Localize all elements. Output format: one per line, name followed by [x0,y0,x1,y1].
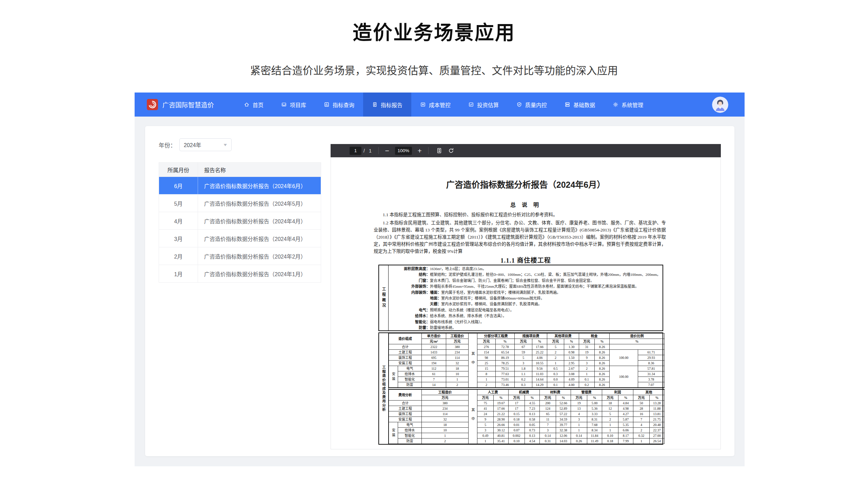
nav-item-base-data[interactable]: 基础数据 [556,93,604,117]
table-cell: 给排水 [398,428,422,433]
nav-item-system-management[interactable]: 系统管理 [604,93,652,117]
report-row[interactable]: 4月广咨造价指标数据分析报告（2024年4月） [159,212,321,229]
overview-line: 防雷：防雷接地系统。 [389,325,660,330]
overview-line: 结构：框架结构；泥浆护壁成孔灌注桩，桩径D=800、1000mm；C25、C30… [389,272,660,278]
table-cell: 15 [477,366,496,371]
table-cell: 8.26 [595,350,610,355]
nav-item-investment-estimate[interactable]: 投资估算 [459,93,508,117]
table-cell: 28 [633,406,650,411]
table-cell: 4.27 [618,411,633,417]
home-icon [244,102,250,107]
table-cell: 0.32 [633,433,650,439]
table-cell: 土建工程 [389,406,422,411]
table-cell: 100.00 [610,350,638,366]
table-cell: 13 [571,406,587,411]
cost-control-icon [420,102,426,107]
table-cell: 0.07 [509,428,525,433]
report-month-cell: 5月 [159,195,198,212]
user-avatar[interactable] [712,97,728,113]
table-cell: 3.33 [587,411,602,417]
nav-item-indicator-report[interactable]: 指标报告 [363,93,411,117]
rotate-icon[interactable] [448,147,454,154]
nav-item-indicator-query[interactable]: 指标查询 [315,93,363,117]
page-number-input[interactable]: 1 [350,147,361,155]
report-name-cell: 广咨造价指标数据分析报告（2024年2月） [198,247,321,265]
table-cell: 其中 [469,333,477,388]
table-cell: 装饰工程 [389,355,422,361]
nav-item-label: 质量内控 [525,101,547,109]
report-row[interactable]: 2月广咨造价指标数据分析报告（2024年2月） [159,247,321,265]
table-cell: 税金 [579,333,610,339]
nav-item-quality-control[interactable]: 质量内控 [508,93,556,117]
year-filter: 年份： 2024年 ▼ [159,138,232,151]
report-row[interactable]: 6月广咨造价指标数据分析报告（2024年6月） [159,177,321,194]
table-cell: 65 [540,411,556,417]
table-cell: 万元 [579,339,595,344]
table-cell: % [618,395,633,401]
table-cell: 112 [422,366,446,371]
chevron-down-icon: ▼ [223,143,228,147]
table-cell: 25.22 [532,350,547,355]
zoom-in-button[interactable]: + [416,147,423,154]
nav-item-project-library[interactable]: 项目库 [272,93,315,117]
nav-item-cost-control[interactable]: 成本管控 [411,93,459,117]
table-cell: 1 [547,361,564,366]
table-cell: 9.56 [532,366,547,371]
table-cell: % [595,339,610,344]
project-library-icon [281,102,287,107]
report-month-cell: 3月 [159,230,198,247]
table-cell: 17.66 [494,406,509,411]
table-cell: 0.2 [515,377,532,382]
table-cell: 25 [477,361,496,366]
zoom-out-button[interactable]: − [383,147,391,154]
table-cell: 10 [422,428,469,433]
investment-estimate-icon [468,102,474,107]
table-cell: 75 [477,401,494,406]
table-cell: 万元 [515,339,532,344]
table-cell: 39.77 [556,422,571,428]
table-cell: 8.26 [595,371,610,377]
report-title: 广咨造价指标数据分析报告（2024年6月） [331,178,721,190]
table-cell: 安装工程 [389,361,422,366]
pdf-toolbar: 1 / 1 − 100% + [331,144,721,157]
table-cell: 41 [477,406,494,411]
overview-line: 给排水：给水系统、热水系统、排水系统（不含洁具）。 [389,313,660,319]
table-cell: 机械费 [509,389,540,395]
table-cell: % [556,395,571,401]
table-cell: 4 [571,411,587,417]
table-cell: 分部分项工程费 [477,333,515,339]
table-cell: 5.00 [587,401,602,406]
table-cell: 0.10 [602,433,618,439]
report-table-body: 6月广咨造价指标数据分析报告（2024年6月）5月广咨造价指标数据分析报告（20… [159,177,321,282]
table-cell: 194 [422,361,446,366]
table-cell: 7 [540,422,556,428]
table-cell: 11.03 [532,371,547,377]
table-cell: 380 [422,401,469,406]
table-cell: 1 [477,439,494,444]
table-cell: % [494,395,509,401]
table-cell: 万元 [547,339,564,344]
nav-item-home[interactable]: 首页 [235,93,272,117]
table-cell: 安装工程 [389,417,422,422]
report-row[interactable]: 3月广咨造价指标数据分析报告（2024年4月） [159,229,321,247]
year-label: 年份： [159,141,176,149]
paragraph-1-2: 1.2 本指标含民用建筑、工业建筑、其他建筑三个部分，分住宅、办公、文教、体育、… [374,219,666,255]
report-row[interactable]: 5月广咨造价指标数据分析报告（2024年5月） [159,194,321,212]
table-cell: 0.73 [525,428,540,433]
report-row[interactable]: 1月广咨造价指标数据分析报告（2024年1月） [159,265,321,282]
table-cell: 0.3 [515,382,532,388]
table-cell: 4.98 [618,406,633,411]
nav-item-label: 投资估算 [477,101,499,109]
table-cell: 3 [477,428,494,433]
overview-line: 面积层数高度：1636m²，地上6层；总高度23.5m。 [389,266,660,272]
fit-to-page-icon[interactable] [436,147,442,154]
table-cell: 24 [477,411,494,417]
table-cell: 67 [515,344,532,350]
report-month-cell: 6月 [159,177,198,194]
table-cell: 5 [547,344,564,350]
year-select[interactable]: 2024年 ▼ [179,138,232,151]
table-cell: 61.71 [638,350,665,355]
table-cell: 2 [547,355,564,361]
nav-menu: 首页项目库指标查询指标报告成本管控投资估算质量内控基础数据系统管理 [235,93,652,117]
page: 造价业务场景应用 紧密结合造价业务场景，实现投资估算、质量管控、文件对比等功能的… [0,0,868,488]
